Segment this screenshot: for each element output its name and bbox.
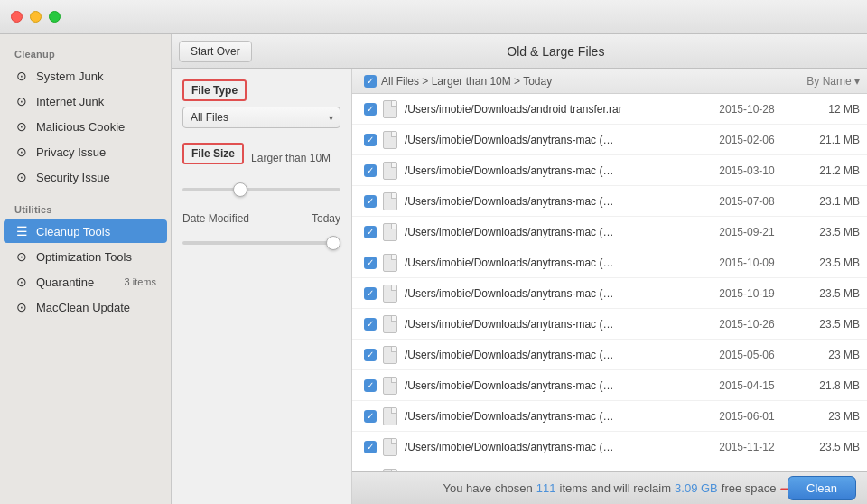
file-date: 2015-04-15: [706, 379, 788, 392]
sidebar-item-label: Malicious Cookie: [36, 120, 156, 134]
file-size: 21.2 MB: [788, 164, 860, 177]
table-row[interactable]: ✓ /Users/imobie/Downloads/anytrans-mac (…: [352, 125, 867, 155]
table-row[interactable]: ✓ /Users/imobie/Downloads/anytrans-mac (…: [352, 247, 867, 278]
file-shape: [383, 438, 397, 456]
traffic-lights: [11, 11, 61, 23]
row-check[interactable]: ✓: [359, 226, 381, 238]
sidebar-item-label: System Junk: [36, 70, 156, 83]
sidebar-item-cleanup-tools[interactable]: ☰ Cleanup Tools: [4, 219, 167, 243]
check-icon[interactable]: ✓: [364, 379, 377, 392]
table-row[interactable]: ✓ /Users/imobie/Downloads/anytrans-mac (…: [352, 186, 867, 217]
table-row[interactable]: ✓ /Users/imobie/Downloads/anytrans-mac (…: [352, 309, 867, 340]
table-row[interactable]: ✓ /Users/imobie/Downloads/anytrans-mac (…: [352, 462, 867, 471]
file-list-header: ✓ All Files > Larger than 10M > Today By…: [352, 69, 867, 94]
close-button[interactable]: [11, 11, 23, 23]
table-row[interactable]: ✓ /Users/imobie/Downloads/anytrans-mac (…: [352, 278, 867, 309]
table-row[interactable]: ✓ /Users/imobie/Downloads/android transf…: [352, 94, 867, 125]
check-icon[interactable]: ✓: [364, 410, 377, 423]
select-all-check[interactable]: ✓: [364, 75, 377, 88]
file-date: 2015-07-08: [706, 195, 788, 208]
table-row[interactable]: ✓ /Users/imobie/Downloads/anytrans-mac (…: [352, 432, 867, 462]
check-icon[interactable]: ✓: [364, 226, 377, 238]
file-path: /Users/imobie/Downloads/anytrans-mac (…: [405, 318, 706, 331]
utilities-section-label: Utilities: [0, 197, 171, 219]
sidebar-item-internet-junk[interactable]: ⊙ Internet Junk: [4, 89, 167, 113]
bottom-size: 3.09 GB: [675, 481, 718, 495]
panel-title: Old & Large Files: [252, 44, 860, 59]
list-icon: ☰: [14, 224, 29, 238]
file-size: 23.5 MB: [788, 257, 860, 269]
circle-icon: ⊙: [14, 170, 29, 184]
row-check[interactable]: ✓: [359, 257, 381, 269]
sidebar-item-security-issue[interactable]: ⊙ Security Issue: [4, 165, 167, 189]
file-size-slider[interactable]: [182, 188, 340, 191]
file-type-label: File Type: [182, 79, 247, 101]
sidebar-item-quarantine[interactable]: ⊙ Quarantine 3 items: [4, 270, 167, 294]
date-modified-section: Date Modified Today: [182, 212, 340, 251]
row-check[interactable]: ✓: [359, 164, 381, 177]
table-row[interactable]: ✓ /Users/imobie/Downloads/anytrans-mac (…: [352, 370, 867, 401]
table-row[interactable]: ✓ /Users/imobie/Downloads/anytrans-mac (…: [352, 217, 867, 247]
file-path: /Users/imobie/Downloads/anytrans-mac (…: [405, 134, 706, 146]
file-shape: [383, 407, 397, 425]
middle-panel: File Type All Files Archives Documents I…: [172, 69, 352, 504]
row-check[interactable]: ✓: [359, 287, 381, 300]
check-icon[interactable]: ✓: [364, 257, 377, 269]
table-row[interactable]: ✓ /Users/imobie/Downloads/anytrans-mac (…: [352, 340, 867, 370]
start-over-button[interactable]: Start Over: [179, 41, 252, 62]
row-check[interactable]: ✓: [359, 103, 381, 116]
date-modified-label: Date Modified: [182, 212, 249, 225]
file-size: 12 MB: [788, 103, 860, 116]
check-icon[interactable]: ✓: [364, 441, 377, 453]
panels-container: File Type All Files Archives Documents I…: [172, 69, 867, 504]
sort-label[interactable]: By Name ▾: [769, 75, 860, 88]
check-icon[interactable]: ✓: [364, 318, 377, 331]
check-icon[interactable]: ✓: [364, 195, 377, 208]
sidebar-item-malicious-cookie[interactable]: ⊙ Malicious Cookie: [4, 115, 167, 138]
date-modified-slider[interactable]: [182, 241, 340, 245]
sidebar-item-privacy-issue[interactable]: ⊙ Privacy Issue: [4, 140, 167, 163]
bottom-text-after: free space: [722, 481, 777, 495]
header-check: ✓: [359, 75, 381, 88]
sidebar-item-system-junk[interactable]: ⊙ System Junk: [4, 64, 167, 88]
maximize-button[interactable]: [49, 11, 61, 23]
sidebar-item-macclean-update[interactable]: ⊙ MacClean Update: [4, 295, 167, 319]
row-check[interactable]: ✓: [359, 441, 381, 453]
row-check[interactable]: ✓: [359, 410, 381, 423]
file-type-select-wrapper[interactable]: All Files Archives Documents Images Vide…: [182, 107, 340, 128]
check-icon[interactable]: ✓: [364, 103, 377, 116]
date-modified-slider-container: [182, 230, 340, 251]
file-shape: [383, 377, 397, 395]
row-check[interactable]: ✓: [359, 349, 381, 361]
clean-button[interactable]: Clean: [788, 476, 856, 500]
file-size: 23.1 MB: [788, 195, 860, 208]
titlebar: [0, 0, 867, 34]
check-icon[interactable]: ✓: [364, 287, 377, 300]
date-modified-header: Date Modified Today: [182, 212, 340, 225]
sidebar-item-optimization-tools[interactable]: ⊙ Optimization Tools: [4, 245, 167, 268]
file-path: /Users/imobie/Downloads/anytrans-mac (…: [405, 379, 706, 392]
file-icon: [381, 375, 399, 397]
file-date: 2015-10-26: [706, 318, 788, 331]
check-icon[interactable]: ✓: [364, 134, 377, 146]
circle-icon: ⊙: [14, 69, 29, 83]
file-path: /Users/imobie/Downloads/android transfer…: [405, 103, 706, 116]
file-type-select[interactable]: All Files Archives Documents Images Vide…: [182, 107, 340, 128]
row-check[interactable]: ✓: [359, 195, 381, 208]
table-row[interactable]: ✓ /Users/imobie/Downloads/anytrans-mac (…: [352, 401, 867, 432]
file-size: 23.5 MB: [788, 441, 860, 453]
row-check[interactable]: ✓: [359, 379, 381, 392]
row-check[interactable]: ✓: [359, 318, 381, 331]
circle-icon: ⊙: [14, 94, 29, 108]
file-shape: [383, 315, 397, 333]
sidebar: Cleanup ⊙ System Junk ⊙ Internet Junk ⊙ …: [0, 34, 172, 504]
circle-icon: ⊙: [14, 249, 29, 264]
minimize-button[interactable]: [30, 11, 42, 23]
check-icon[interactable]: ✓: [364, 349, 377, 361]
bottom-text-before: You have chosen: [443, 481, 533, 495]
table-row[interactable]: ✓ /Users/imobie/Downloads/anytrans-mac (…: [352, 155, 867, 186]
check-icon[interactable]: ✓: [364, 164, 377, 177]
file-size: 21.1 MB: [788, 134, 860, 146]
row-check[interactable]: ✓: [359, 134, 381, 146]
file-path: /Users/imobie/Downloads/anytrans-mac (…: [405, 226, 706, 238]
